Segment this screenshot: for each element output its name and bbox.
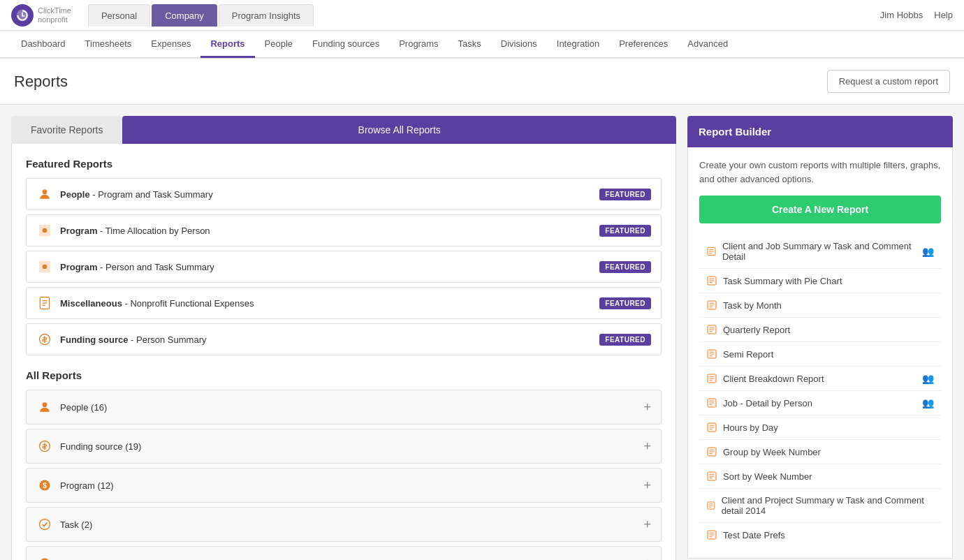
category-left: $ Program (12): [36, 477, 114, 494]
nav-programs[interactable]: Programs: [389, 31, 448, 58]
logo-text: ClickTime nonprofit: [38, 6, 71, 23]
saved-report-item[interactable]: Semi Report: [699, 342, 941, 367]
saved-report-left: Client and Job Summary w Task and Commen…: [706, 241, 922, 262]
featured-report-item[interactable]: People - Program and Task Summary FEATUR…: [26, 178, 662, 210]
report-icon: [706, 529, 717, 540]
nav-dashboard[interactable]: Dashboard: [11, 31, 75, 58]
expand-people-icon: +: [643, 400, 651, 415]
featured-report-3-name: Program - Person and Task Summary: [60, 262, 214, 272]
report-icon: [706, 275, 717, 286]
saved-report-item[interactable]: Hours by Day: [699, 415, 941, 440]
expand-expense-icon: +: [643, 557, 651, 561]
people-category-icon: [36, 399, 53, 415]
nav-reports[interactable]: Reports: [200, 31, 254, 58]
report-item-left: People - Program and Task Summary: [36, 186, 213, 202]
saved-report-item[interactable]: Sort by Week Number: [699, 464, 941, 489]
saved-report-item[interactable]: Client and Job Summary w Task and Commen…: [699, 235, 941, 269]
report-icon: [706, 324, 717, 335]
svg-point-15: [40, 520, 50, 530]
category-expense[interactable]: Expense (8) +: [26, 546, 662, 560]
page-title: Reports: [14, 73, 68, 91]
featured-report-item[interactable]: Program - Time Allocation by Person FEAT…: [26, 214, 662, 246]
featured-badge-4: FEATURED: [599, 297, 651, 309]
saved-report-item[interactable]: Task by Month: [699, 293, 941, 318]
featured-badge-5: FEATURED: [599, 334, 651, 346]
saved-report-left: Client and Project Summary w Task and Co…: [706, 495, 934, 516]
misc-report-icon: [36, 295, 53, 311]
report-content: Featured Reports People - Program and Ta…: [11, 144, 676, 560]
saved-report-name: Test Date Prefs: [723, 530, 785, 540]
nav-preferences[interactable]: Preferences: [609, 31, 678, 58]
category-people[interactable]: People (16) +: [26, 390, 662, 425]
nav-tasks[interactable]: Tasks: [448, 31, 491, 58]
report-builder-header: Report Builder: [687, 116, 953, 147]
tab-program-insights[interactable]: Program Insights: [219, 4, 314, 27]
featured-report-item[interactable]: Funding source - Person Summary FEATURED: [26, 323, 662, 355]
program-category-icon: $: [36, 477, 53, 494]
featured-report-item[interactable]: Miscellaneous - Nonprofit Functional Exp…: [26, 287, 662, 319]
nav-integration[interactable]: Integration: [547, 31, 609, 58]
saved-report-item[interactable]: Quarterly Report: [699, 318, 941, 342]
report-tabs: Favorite Reports Browse All Reports: [11, 116, 676, 144]
saved-report-name: Client and Job Summary w Task and Commen…: [722, 241, 922, 262]
report-item-left: Program - Time Allocation by Person: [36, 222, 210, 239]
saved-report-item[interactable]: Group by Week Number: [699, 440, 941, 464]
create-new-report-button[interactable]: Create A New Report: [699, 196, 941, 223]
top-bar: ClickTime nonprofit Personal Company Pro…: [0, 0, 964, 31]
saved-report-name: Hours by Day: [723, 422, 778, 433]
program-report-icon-2: [36, 258, 53, 275]
category-funding-name: Funding source (19): [60, 441, 141, 452]
nav-divisions[interactable]: Divisions: [491, 31, 547, 58]
saved-report-item[interactable]: Client Breakdown Report 👥: [699, 367, 941, 391]
nav-people[interactable]: People: [255, 31, 302, 58]
tab-browse-all-reports[interactable]: Browse All Reports: [122, 116, 676, 144]
report-icon: [706, 373, 717, 384]
tab-personal[interactable]: Personal: [88, 4, 150, 27]
svg-point-1: [43, 189, 48, 194]
category-program[interactable]: $ Program (12) +: [26, 468, 662, 503]
tab-favorite-reports[interactable]: Favorite Reports: [11, 116, 122, 144]
featured-report-item[interactable]: Program - Person and Task Summary FEATUR…: [26, 251, 662, 283]
tab-company[interactable]: Company: [152, 4, 217, 27]
saved-report-item[interactable]: Client and Project Summary w Task and Co…: [699, 489, 941, 523]
svg-point-11: [43, 402, 48, 407]
saved-report-left: Task Summary with Pie Chart: [706, 275, 842, 286]
nav-advanced[interactable]: Advanced: [678, 31, 738, 58]
report-item-left: Funding source - Person Summary: [36, 331, 206, 348]
saved-report-left: Task by Month: [706, 300, 782, 311]
shared-icon: 👥: [922, 373, 934, 384]
category-left: Expense (8): [36, 555, 109, 560]
nav-timesheets[interactable]: Timesheets: [75, 31, 142, 58]
saved-report-name: Sort by Week Number: [723, 471, 812, 482]
report-icon: [706, 300, 717, 311]
saved-report-item[interactable]: Test Date Prefs: [699, 523, 941, 547]
saved-report-left: Job - Detail by Person: [706, 397, 812, 408]
category-task[interactable]: Task (2) +: [26, 507, 662, 542]
saved-report-item[interactable]: Job - Detail by Person 👥: [699, 391, 941, 415]
category-funding-source[interactable]: Funding source (19) +: [26, 429, 662, 464]
featured-badge-3: FEATURED: [599, 261, 651, 273]
shared-icon: 👥: [922, 397, 934, 408]
right-panel: Report Builder Create your own custom re…: [687, 116, 953, 560]
saved-report-left: Sort by Week Number: [706, 471, 812, 482]
page-header: Reports Request a custom report: [0, 59, 964, 105]
nav-expenses[interactable]: Expenses: [141, 31, 200, 58]
nav-funding-sources[interactable]: Funding sources: [302, 31, 389, 58]
logo-icon: [11, 4, 34, 27]
saved-report-left: Hours by Day: [706, 422, 778, 433]
program-report-icon: [36, 222, 53, 239]
all-reports-title: All Reports: [26, 369, 662, 381]
logo-subtitle: nonprofit: [38, 15, 71, 24]
report-item-left: Program - Person and Task Summary: [36, 258, 214, 275]
report-item-left: Miscellaneous - Nonprofit Functional Exp…: [36, 295, 254, 311]
request-custom-report-button[interactable]: Request a custom report: [827, 70, 950, 93]
funding-category-icon: [36, 438, 53, 455]
report-builder-title: Report Builder: [699, 126, 771, 138]
user-menu[interactable]: Jim Hobbs: [880, 10, 923, 20]
saved-report-item[interactable]: Task Summary with Pie Chart: [699, 269, 941, 293]
report-icon: [706, 422, 717, 433]
saved-reports-list: Client and Job Summary w Task and Commen…: [699, 235, 941, 547]
featured-badge-2: FEATURED: [599, 225, 651, 237]
saved-report-name: Task Summary with Pie Chart: [723, 276, 842, 286]
help-link[interactable]: Help: [934, 10, 953, 20]
